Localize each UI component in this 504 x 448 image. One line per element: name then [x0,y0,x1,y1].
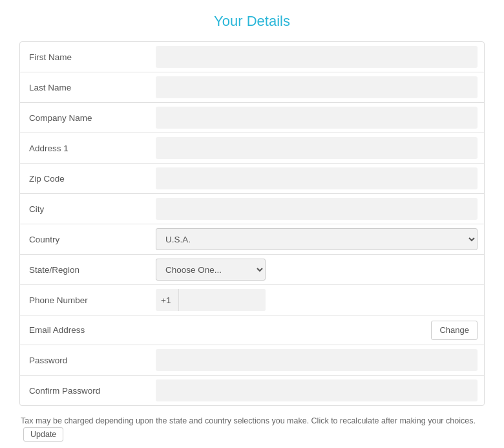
page-container: Your Details First Name Last Name Compan… [0,0,504,448]
first-name-label: First Name [20,46,149,69]
details-form-card: First Name Last Name Company Name Addres… [19,41,485,406]
state-region-input-area: Choose One... Alabama Alaska Arizona Cal… [149,255,484,284]
company-name-input-area [149,103,484,133]
first-name-input-area [149,42,484,72]
phone-input[interactable] [179,289,266,311]
update-button[interactable]: Update [23,427,63,442]
country-input-area: U.S.A. Canada United Kingdom Australia O… [149,224,484,254]
city-input-area [149,194,484,224]
address1-row: Address 1 [20,133,484,164]
zip-code-row: Zip Code [20,164,484,194]
password-label: Password [20,349,149,372]
email-row-content: Change [156,321,478,340]
phone-number-label: Phone Number [20,289,149,312]
address1-input-area [149,133,484,163]
confirm-password-input[interactable] [156,379,478,401]
confirm-password-input-area [149,376,484,405]
state-region-select[interactable]: Choose One... Alabama Alaska Arizona Cal… [156,259,266,281]
zip-code-input-area [149,164,484,193]
first-name-input[interactable] [156,46,478,68]
address1-label: Address 1 [20,137,149,160]
password-row: Password [20,345,484,376]
footer-area: Tax may be charged depending upon the st… [19,415,485,448]
email-address-row: Email Address Change [20,315,484,345]
city-input[interactable] [156,198,478,220]
state-region-row: State/Region Choose One... Alabama Alask… [20,255,484,285]
company-name-input[interactable] [156,107,478,129]
phone-prefix: +1 [156,289,179,311]
phone-wrapper: +1 [156,289,266,311]
change-email-button[interactable]: Change [431,321,478,340]
phone-number-row: Phone Number +1 [20,285,484,315]
zip-code-input[interactable] [156,167,478,189]
country-row: Country U.S.A. Canada United Kingdom Aus… [20,224,484,255]
email-address-input-area: Change [149,317,484,344]
state-region-label: State/Region [20,259,149,281]
company-name-label: Company Name [20,107,149,129]
page-title: Your Details [19,13,485,30]
country-select[interactable]: U.S.A. Canada United Kingdom Australia O… [156,228,478,250]
country-label: Country [20,228,149,251]
password-input-area [149,345,484,375]
last-name-label: Last Name [20,76,149,99]
last-name-row: Last Name [20,72,484,103]
zip-code-label: Zip Code [20,167,149,190]
password-input[interactable] [156,349,478,371]
confirm-password-row: Confirm Password [20,376,484,405]
city-label: City [20,198,149,220]
email-address-label: Email Address [20,319,149,341]
city-row: City [20,194,484,224]
last-name-input[interactable] [156,76,478,98]
address1-input[interactable] [156,137,478,159]
confirm-password-label: Confirm Password [20,379,149,402]
last-name-input-area [149,72,484,102]
first-name-row: First Name [20,42,484,72]
phone-number-input-area: +1 [149,285,484,315]
company-name-row: Company Name [20,103,484,133]
tax-note: Tax may be charged depending upon the st… [21,415,483,442]
